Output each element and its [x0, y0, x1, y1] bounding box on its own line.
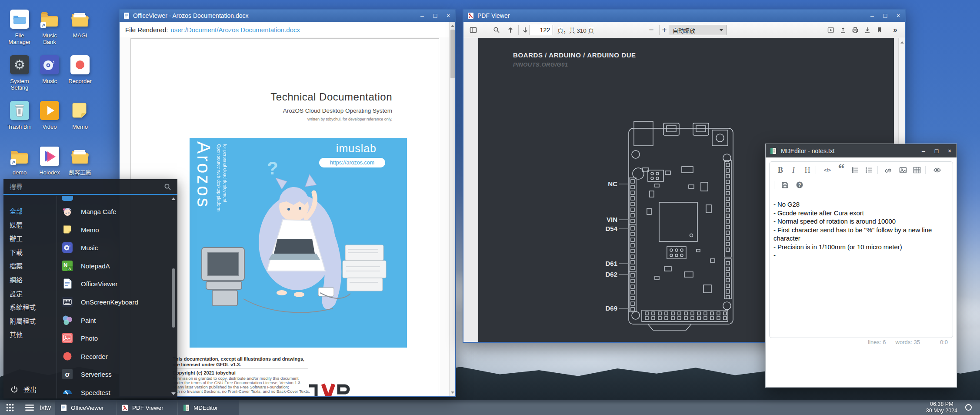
- pdfviewer-titlebar[interactable]: PDF Viewer – □ ×: [463, 10, 905, 22]
- help-icon[interactable]: ?: [795, 180, 804, 190]
- save-icon[interactable]: [780, 180, 790, 190]
- app-item-music[interactable]: ♪ Music: [62, 241, 98, 254]
- scroll-up-icon[interactable]: [450, 23, 455, 29]
- window-title: OfficeViewer - Arozos Documentation.docx: [133, 12, 249, 19]
- app-item-partial[interactable]: [62, 196, 73, 201]
- link-icon[interactable]: [883, 165, 893, 175]
- category-others[interactable]: 其他: [10, 328, 36, 342]
- quote-button[interactable]: “: [837, 164, 846, 173]
- bookmark-icon[interactable]: [874, 22, 885, 38]
- previous-page-icon[interactable]: [504, 22, 517, 38]
- editor-text-area[interactable]: - No G28 - Gcode rewrite after Cura exor…: [773, 200, 951, 331]
- presentation-mode-icon[interactable]: [825, 22, 837, 38]
- zoom-select[interactable]: 自動縮放: [669, 25, 727, 35]
- desktop-icon-system-setting[interactable]: ⚙ System Setting: [9, 54, 30, 75]
- desktop-icon-music-bank[interactable]: Music Bank: [39, 9, 60, 30]
- maximize-button[interactable]: □: [880, 10, 890, 21]
- minimize-button[interactable]: –: [417, 10, 427, 21]
- app-item-onscreenkeyboard[interactable]: OnScreenKeyboard: [62, 296, 138, 308]
- desktop-icon-magi[interactable]: MAGI: [70, 9, 90, 30]
- desktop-icon-maker-factory[interactable]: 創客工廠: [70, 146, 90, 167]
- desktop-icon-holodex[interactable]: Holodex: [39, 146, 60, 167]
- italic-button[interactable]: I: [789, 165, 798, 175]
- scroll-up-icon[interactable]: [171, 197, 176, 200]
- app-item-paint[interactable]: Paint: [62, 314, 96, 326]
- scroll-down-icon[interactable]: [171, 392, 176, 395]
- download-icon[interactable]: [862, 22, 873, 38]
- app-item-serverless[interactable]: σ Serverless: [62, 368, 112, 380]
- officeviewer-scrollbar[interactable]: [449, 22, 455, 396]
- zoom-out-button[interactable]: −: [645, 22, 657, 38]
- desktop-icon-video[interactable]: Video: [39, 100, 60, 121]
- category-settings[interactable]: 設定: [10, 287, 36, 301]
- minimize-button[interactable]: –: [867, 10, 877, 21]
- bullet-list-icon[interactable]: [850, 165, 860, 175]
- desktop-icon-memo[interactable]: Memo: [70, 100, 90, 121]
- app-item-notepada[interactable]: NA NotepadA: [62, 260, 110, 272]
- app-item-photo[interactable]: Photo: [62, 332, 98, 344]
- officeviewer-titlebar[interactable]: OfficeViewer - Arozos Documentation.docx…: [120, 10, 455, 22]
- desktop-icon-label: File Manager: [6, 32, 33, 45]
- app-item-recorder[interactable]: Recorder: [62, 350, 108, 362]
- maximize-button[interactable]: □: [430, 10, 440, 21]
- app-item-manga-cafe[interactable]: Manga Cafe: [62, 205, 117, 218]
- pdf-icon: [467, 12, 474, 19]
- heading-button[interactable]: H: [803, 165, 812, 175]
- category-download[interactable]: 下載: [10, 246, 36, 260]
- maximize-button[interactable]: □: [931, 146, 942, 156]
- desktop-icon-recorder[interactable]: Recorder: [70, 54, 90, 75]
- category-office[interactable]: 辦工: [10, 232, 36, 246]
- start-menu-search: [3, 179, 177, 195]
- close-button[interactable]: ×: [443, 10, 453, 21]
- logout-button[interactable]: 登出: [10, 385, 37, 394]
- zoom-in-button[interactable]: +: [660, 22, 669, 38]
- app-item-officeviewer[interactable]: OfficeViewer: [62, 278, 118, 290]
- sidebar-toggle-icon[interactable]: [467, 22, 479, 38]
- username-label[interactable]: ixtw: [39, 404, 55, 411]
- category-media[interactable]: 媒體: [10, 218, 36, 232]
- numbered-list-icon[interactable]: [864, 165, 874, 175]
- minimize-button[interactable]: –: [918, 146, 929, 156]
- category-network[interactable]: 網絡: [10, 273, 36, 287]
- desktop-icon-file-manager[interactable]: File Manager: [9, 9, 30, 30]
- taskbar-item-pdfviewer[interactable]: PDF Viewer: [117, 400, 177, 415]
- status-ring-icon[interactable]: [965, 404, 972, 411]
- table-icon[interactable]: [912, 165, 922, 175]
- app-item-speedtest[interactable]: Speedtest: [62, 386, 110, 398]
- taskbar-item-officeviewer[interactable]: OfficeViewer: [55, 400, 116, 415]
- desktop-icon-demo[interactable]: demo: [9, 146, 30, 167]
- search-icon[interactable]: [164, 183, 171, 191]
- category-all[interactable]: 全部: [10, 204, 36, 218]
- close-button[interactable]: ×: [893, 10, 903, 21]
- close-button[interactable]: ×: [944, 146, 955, 156]
- more-tools-button[interactable]: »: [890, 22, 901, 38]
- code-button[interactable]: </>: [823, 165, 832, 175]
- open-file-icon[interactable]: [837, 22, 849, 38]
- taskbar-clock[interactable]: 06:38 PM 30 May 2024: [926, 401, 957, 414]
- keyboard-icon: [62, 296, 73, 308]
- category-system[interactable]: 系統程式: [10, 301, 36, 315]
- desktop-icon-music[interactable]: ♪ Music: [39, 54, 60, 75]
- app-item-memo[interactable]: Memo: [62, 224, 99, 236]
- taskbar-item-mdeditor[interactable]: MDEditor: [178, 400, 239, 415]
- scroll-down-icon[interactable]: [450, 389, 455, 395]
- category-files[interactable]: 檔案: [10, 259, 36, 273]
- scrollbar-thumb[interactable]: [172, 268, 175, 328]
- desktop-icon-trash-bin[interactable]: Trash Bin: [9, 100, 30, 121]
- app-list-scrollbar[interactable]: [171, 196, 176, 397]
- search-input[interactable]: [3, 183, 164, 191]
- search-icon[interactable]: [490, 22, 503, 38]
- file-path-link[interactable]: user:/Document/Arozos Documentation.docx: [170, 26, 300, 33]
- scroll-up-icon[interactable]: [899, 39, 906, 45]
- print-icon[interactable]: [850, 22, 861, 38]
- category-accessories[interactable]: 附屬程式: [10, 315, 36, 328]
- scrollbar-thumb[interactable]: [450, 30, 455, 78]
- serverless-icon: σ: [62, 368, 73, 380]
- image-icon[interactable]: [898, 165, 908, 175]
- preview-eye-icon[interactable]: [932, 165, 942, 175]
- app-grid-button[interactable]: [0, 400, 20, 415]
- menu-button[interactable]: [20, 400, 39, 415]
- mdeditor-titlebar[interactable]: MDEditor - notes.txt – □ ×: [766, 144, 957, 157]
- bold-button[interactable]: B: [776, 165, 785, 175]
- page-number-input[interactable]: [530, 25, 553, 35]
